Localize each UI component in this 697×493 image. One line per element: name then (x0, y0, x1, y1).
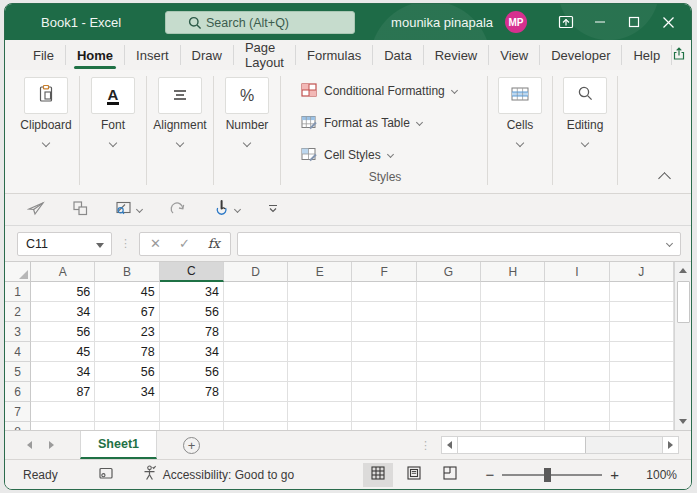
cell-J4[interactable] (610, 342, 674, 362)
qat-overflow-button[interactable] (267, 201, 279, 219)
print-preview-button[interactable] (115, 200, 142, 220)
column-header-C[interactable]: C (160, 262, 224, 282)
cell-D2[interactable] (224, 302, 288, 322)
tab-formulas[interactable]: Formulas (296, 45, 373, 65)
column-header-F[interactable]: F (352, 262, 416, 282)
tab-developer[interactable]: Developer (540, 45, 622, 65)
name-box[interactable]: C11 (17, 232, 112, 256)
normal-view-button[interactable] (363, 463, 393, 487)
cell-F4[interactable] (352, 342, 416, 362)
share-button[interactable]: Share (672, 40, 692, 70)
cell-D6[interactable] (224, 382, 288, 402)
scroll-up-button[interactable] (675, 262, 691, 279)
cell-F5[interactable] (352, 362, 416, 382)
cell-J5[interactable] (610, 362, 674, 382)
cell-B3[interactable]: 23 (95, 322, 159, 342)
cell-H6[interactable] (481, 382, 545, 402)
cell-C7[interactable] (160, 402, 224, 422)
cell-I2[interactable] (545, 302, 609, 322)
row-header-8[interactable]: 8 (5, 422, 31, 430)
cell-G3[interactable] (417, 322, 481, 342)
clipboard-button[interactable] (24, 77, 68, 114)
cell-H4[interactable] (481, 342, 545, 362)
cell-A2[interactable]: 34 (31, 302, 95, 322)
cell-F7[interactable] (352, 402, 416, 422)
cell-E3[interactable] (288, 322, 352, 342)
column-header-E[interactable]: E (288, 262, 352, 282)
horizontal-scrollbar-thumb[interactable] (458, 437, 586, 453)
cell-E6[interactable] (288, 382, 352, 402)
scroll-right-button[interactable] (662, 437, 678, 453)
cell-D7[interactable] (224, 402, 288, 422)
column-header-I[interactable]: I (545, 262, 609, 282)
cell-G1[interactable] (417, 282, 481, 302)
cell-B8[interactable] (95, 422, 159, 430)
cell-H7[interactable] (481, 402, 545, 422)
cell-A4[interactable]: 45 (31, 342, 95, 362)
zoom-slider-thumb[interactable] (544, 468, 551, 482)
cell-F8[interactable] (352, 422, 416, 430)
format-as-table-button[interactable]: Format as Table (301, 115, 457, 131)
cell-F3[interactable] (352, 322, 416, 342)
cell-G8[interactable] (417, 422, 481, 430)
cell-H2[interactable] (481, 302, 545, 322)
ribbon-display-options-button[interactable] (549, 4, 583, 40)
cell-I8[interactable] (545, 422, 609, 430)
cancel-button[interactable]: ✕ (150, 236, 161, 251)
sheet-tab-sheet1[interactable]: Sheet1 (80, 431, 157, 459)
cell-I6[interactable] (545, 382, 609, 402)
row-header-7[interactable]: 7 (5, 402, 31, 422)
cell-A5[interactable]: 34 (31, 362, 95, 382)
zoom-in-button[interactable]: + (610, 466, 619, 483)
tab-help[interactable]: Help (622, 45, 672, 65)
cells-button[interactable] (498, 77, 542, 114)
editing-button[interactable] (563, 77, 607, 114)
cell-A7[interactable] (31, 402, 95, 422)
cell-H1[interactable] (481, 282, 545, 302)
cells-group[interactable]: Cells (488, 70, 552, 150)
cell-C4[interactable]: 34 (160, 342, 224, 362)
expand-formula-bar-icon[interactable] (666, 240, 673, 247)
avatar[interactable]: MP (505, 11, 527, 33)
enter-button[interactable]: ✓ (179, 236, 190, 251)
search-input[interactable] (206, 16, 336, 30)
cell-E1[interactable] (288, 282, 352, 302)
user-name[interactable]: mounika pinapala (391, 15, 493, 30)
cell-C3[interactable]: 78 (160, 322, 224, 342)
row-header-4[interactable]: 4 (5, 342, 31, 362)
insert-function-button[interactable]: fx (208, 236, 220, 251)
cell-I4[interactable] (545, 342, 609, 362)
clipboard-group[interactable]: Clipboard (13, 70, 79, 150)
cell-J1[interactable] (610, 282, 674, 302)
tab-file[interactable]: File (21, 45, 66, 65)
zoom-out-button[interactable]: − (485, 466, 494, 483)
touch-mode-button[interactable] (213, 199, 240, 220)
cell-C1[interactable]: 34 (160, 282, 224, 302)
search-box[interactable] (165, 11, 355, 34)
macro-record-button[interactable] (98, 466, 114, 484)
column-header-H[interactable]: H (481, 262, 545, 282)
vertical-scrollbar[interactable] (674, 262, 691, 430)
cell-I1[interactable] (545, 282, 609, 302)
alignment-button[interactable] (158, 77, 202, 114)
number-button[interactable]: % (225, 77, 269, 114)
cell-F2[interactable] (352, 302, 416, 322)
column-header-J[interactable]: J (610, 262, 674, 282)
cell-B2[interactable]: 67 (95, 302, 159, 322)
name-box-dropdown-icon[interactable] (96, 243, 104, 248)
vertical-scrollbar-thumb[interactable] (677, 281, 690, 323)
horizontal-scrollbar[interactable] (441, 436, 679, 454)
alignment-group[interactable]: Alignment (147, 70, 213, 150)
accessibility-status[interactable]: Accessibility: Good to go (142, 465, 294, 484)
maximize-button[interactable] (617, 4, 651, 40)
cell-A6[interactable]: 87 (31, 382, 95, 402)
cell-C8[interactable] (160, 422, 224, 430)
cell-E4[interactable] (288, 342, 352, 362)
column-header-B[interactable]: B (95, 262, 159, 282)
cell-C2[interactable]: 56 (160, 302, 224, 322)
cell-G2[interactable] (417, 302, 481, 322)
tab-page-layout[interactable]: Page Layout (234, 45, 296, 65)
shapes-button[interactable] (72, 200, 88, 220)
row-header-2[interactable]: 2 (5, 302, 31, 322)
cell-D4[interactable] (224, 342, 288, 362)
